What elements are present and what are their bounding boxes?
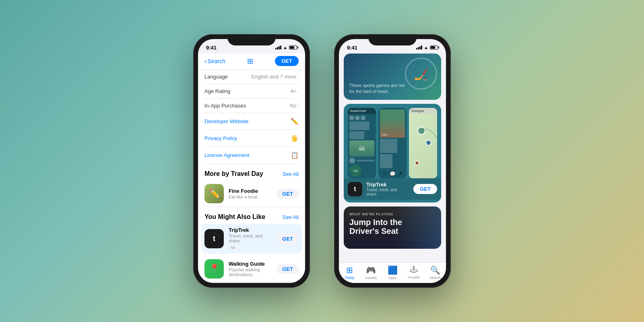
license-agreement-link[interactable]: License Agreement (204, 152, 249, 158)
language-value: English and 7 more › (251, 74, 299, 80)
walking-guide-get-button[interactable]: GET (277, 264, 299, 274)
walking-guide-name: Walking Guide (229, 261, 272, 267)
privacy-policy-link[interactable]: Privacy Policy (204, 135, 237, 141)
screenshot-1-body: 🏔 13k (348, 114, 376, 178)
screenshot-2: Jake ♡ 💬 ↗ (378, 108, 407, 178)
sports-card-text: These sports games are not for the faint… (349, 83, 406, 94)
fine-foodie-item[interactable]: ✏️ Fine Foodie Eat like a local. GET (198, 181, 305, 207)
playing-card[interactable]: WHAT WE'RE PLAYING Jump Into theDriver's… (344, 206, 441, 249)
you-might-section: You Might Also Like See All t TripTrek T… (198, 207, 305, 282)
fine-foodie-icon: ✏️ (204, 184, 224, 203)
fine-foodie-name: Fine Foodie (229, 188, 272, 194)
edit-icon: ✏️ (291, 118, 299, 125)
screenshot-1-stat: 13k (349, 165, 361, 177)
more-by-header: More by Travel Day See All (198, 164, 305, 181)
tab-today-2[interactable]: ⊞ Today (339, 265, 360, 280)
signal-1 (275, 45, 281, 50)
you-might-header: You Might Also Like See All (198, 207, 305, 224)
wifi-1: ▲ (283, 45, 287, 50)
screenshot-3: Shanghai (409, 108, 437, 178)
apps-label-2: Apps (388, 276, 397, 280)
phone-1-screen: 9:41 ▲ ‹ Search (198, 39, 305, 283)
app-screenshots: Social Feed 🏔 (344, 104, 441, 178)
map-bg (409, 114, 437, 178)
triptrek-card[interactable]: Social Feed 🏔 (344, 104, 441, 202)
nav-header-1: ‹ Search ⊞ GET (198, 54, 305, 70)
tab-arcade-2[interactable]: 🕹 Arcade (403, 265, 425, 280)
screenshot-1-header: Social Feed (348, 108, 376, 114)
screenshot-1-img: 🏔 (349, 140, 374, 157)
walking-guide-info: Walking Guide Popular walking destinatio… (229, 261, 272, 277)
fine-foodie-get-button[interactable]: GET (277, 189, 299, 199)
playing-bg (393, 206, 441, 249)
phone-2-screen: 9:41 ▲ 🏒 These sports games a (339, 39, 446, 283)
phone-1: 9:41 ▲ ‹ Search (193, 34, 310, 288)
games-label-2: Games (365, 276, 377, 280)
triptrek-card-get-button[interactable]: GET (413, 184, 437, 194)
time-2: 9:41 (347, 45, 357, 51)
developer-website-row[interactable]: Developer Website ✏️ (204, 113, 299, 130)
in-app-value: No › (290, 103, 299, 109)
battery-2 (430, 45, 438, 50)
today-scroll: 🏒 These sports games are not for the fai… (339, 54, 446, 262)
phone-2: 9:41 ▲ 🏒 These sports games a (334, 34, 451, 288)
triptrek-card-icon: t (348, 182, 362, 196)
triptrek-highlighted-container: t TripTrek Travel, track, and share. Ad … (201, 224, 302, 254)
back-button[interactable]: ‹ Search (204, 58, 225, 65)
wifi-2: ▲ (424, 45, 428, 50)
tab-bar-2: ⊞ Today 🎮 Games 🟦 Apps 🕹 Arcade 🔍 (339, 262, 446, 283)
triptrek-get-button[interactable]: GET (277, 234, 299, 244)
triptrek-card-desc: Travel, track, and share. (366, 188, 409, 196)
triptrek-card-name: TripTrek (366, 182, 409, 188)
language-row[interactable]: Language English and 7 more › (204, 70, 299, 84)
triptrek-desc: Travel, track, and share. (229, 233, 272, 243)
phone1-content: ‹ Search ⊞ GET Language English and 7 mo… (198, 54, 305, 283)
triptrek-item[interactable]: t TripTrek Travel, track, and share. Ad … (204, 224, 299, 254)
more-by-see-all[interactable]: See All (283, 171, 299, 177)
age-rating-label: Age Rating (204, 88, 230, 94)
tab-apps-2[interactable]: 🟦 Apps (382, 265, 403, 280)
games-icon-2: 🎮 (366, 265, 376, 275)
tab-bar-1: ⊞ Today 🎮 Games 🟦 Apps 🕹 Arcade 🔍 (198, 282, 305, 283)
more-by-section: More by Travel Day See All ✏️ Fine Foodi… (198, 164, 305, 207)
arcade-icon-2: 🕹 (410, 265, 418, 275)
status-icons-1: ▲ (275, 45, 297, 50)
screenshot-2-body: Jake ♡ 💬 ↗ (378, 108, 407, 178)
screenshot-3-header: Shanghai (409, 108, 437, 114)
in-app-row[interactable]: In-App Purchases No › (204, 99, 299, 113)
language-label: Language (204, 74, 228, 80)
battery-1 (289, 45, 297, 50)
triptrek-name: TripTrek (229, 227, 272, 233)
triptrek-card-info: TripTrek Travel, track, and share. (366, 182, 409, 196)
triptrek-card-footer: t TripTrek Travel, track, and share. GET (344, 178, 441, 200)
tab-search-2[interactable]: 🔍 Search (425, 265, 446, 280)
sports-card[interactable]: 🏒 These sports games are not for the fai… (344, 54, 441, 100)
filter-icon[interactable]: ⊞ (247, 57, 253, 66)
you-might-title: You Might Also Like (204, 213, 265, 221)
phone2-content: 🏒 These sports games are not for the fai… (339, 54, 446, 283)
back-label: Search (207, 58, 225, 64)
status-icons-2: ▲ (416, 45, 438, 50)
you-might-see-all[interactable]: See All (283, 214, 299, 220)
privacy-policy-row[interactable]: Privacy Policy 🖐 (204, 130, 299, 147)
screenshot-2-img: Jake (380, 109, 405, 138)
walking-guide-item[interactable]: 📍 Walking Guide Popular walking destinat… (198, 256, 305, 282)
fine-foodie-desc: Eat like a local. (229, 194, 272, 199)
triptrek-badge: Ad (229, 245, 236, 250)
get-button-main[interactable]: GET (275, 56, 299, 66)
developer-website-link[interactable]: Developer Website (204, 118, 249, 124)
tab-games-2[interactable]: 🎮 Games (360, 265, 382, 280)
sports-deco: 🏒 (405, 58, 437, 90)
license-agreement-row[interactable]: License Agreement 📋 (204, 147, 299, 164)
walking-guide-icon: 📍 (204, 259, 224, 279)
notch-1 (227, 34, 276, 45)
more-by-title: More by Travel Day (204, 170, 263, 178)
hand-icon: 🖐 (291, 134, 299, 142)
today-icon-2: ⊞ (346, 265, 353, 275)
triptrek-icon: t (204, 229, 224, 248)
age-rating-row[interactable]: Age Rating 4+ › (204, 84, 299, 99)
time-1: 9:41 (206, 45, 217, 51)
age-rating-value: 4+ › (291, 88, 299, 94)
search-icon-2: 🔍 (430, 265, 440, 275)
today-label-2: Today (345, 276, 355, 280)
